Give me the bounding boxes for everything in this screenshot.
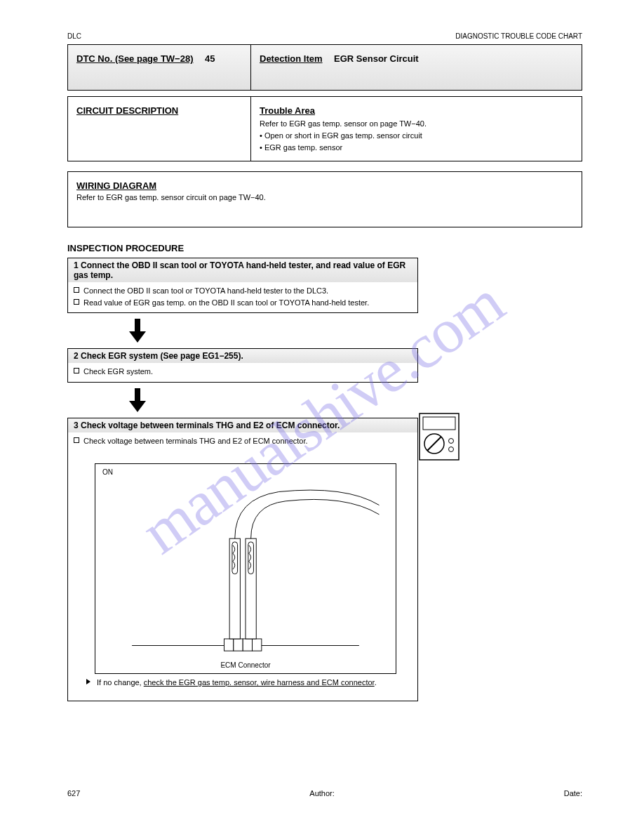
checkbox-icon — [74, 368, 79, 373]
svg-rect-10 — [253, 639, 262, 651]
step-1: 1 Connect the OBD II scan tool or TOYOTA… — [67, 258, 418, 313]
date-label: Date: — [564, 789, 582, 797]
checkbox-icon — [74, 287, 79, 293]
multimeter-icon — [419, 413, 459, 463]
dtc-panel: DTC No. (See page TW−28) 45 Detection It… — [67, 44, 582, 91]
svg-rect-7 — [224, 639, 234, 651]
note-underline: check the EGR gas temp. sensor, wire har… — [144, 678, 375, 687]
step-3-title: 3 Check voltage between terminals THG an… — [68, 418, 417, 432]
dtc-number: 45 — [205, 53, 215, 65]
trouble-item: Open or short in EGR gas temp. sensor ci… — [264, 131, 422, 140]
checkbox-icon — [74, 299, 79, 305]
author-label: Author: — [309, 789, 334, 797]
svg-rect-1 — [423, 417, 455, 430]
trouble-area-label: Trouble Area — [260, 104, 315, 118]
wiring-diagram-label: WIRING DIAGRAM — [76, 180, 156, 191]
wiring-panel: WIRING DIAGRAM Refer to EGR gas temp. se… — [67, 171, 582, 227]
detection-item: EGR Sensor Circuit — [334, 53, 419, 65]
step-3-note: If no change, check the EGR gas temp. se… — [86, 678, 405, 687]
step-1-line: Connect the OBD II scan tool or TOYOTA h… — [83, 286, 328, 295]
dtc-number-label: DTC No. (See page TW−28) — [76, 53, 194, 65]
step-3-line: Check voltage between terminals THG and … — [83, 437, 308, 445]
detection-item-label: Detection Item — [260, 53, 323, 65]
circuit-description-label: CIRCUIT DESCRIPTION — [76, 105, 178, 116]
note-prefix: If no change, — [97, 678, 144, 687]
step-2: 2 Check EGR system (See page EG1−255). C… — [67, 348, 418, 383]
step-3: 3 Check voltage between terminals THG an… — [67, 418, 418, 702]
step-1-line: Read value of EGR gas temp. on the OBD I… — [83, 298, 369, 307]
checkbox-icon — [74, 437, 79, 443]
header-left: DLC — [67, 32, 81, 40]
connector-diagram-icon — [105, 474, 386, 663]
wiring-text: Refer to EGR gas temp. sensor circuit on… — [76, 193, 573, 201]
circuit-on-label: ON — [102, 468, 113, 476]
svg-point-4 — [449, 438, 454, 443]
step-2-line: Check EGR system. — [83, 367, 153, 376]
svg-rect-8 — [234, 639, 243, 651]
svg-rect-9 — [243, 639, 252, 651]
note-suffix: . — [375, 678, 377, 687]
step-1-title: 1 Connect the OBD II scan tool or TOYOTA… — [68, 258, 417, 282]
triangle-bullet-icon — [86, 679, 90, 684]
svg-point-5 — [449, 446, 454, 451]
arrow-down-icon — [128, 319, 582, 343]
circuit-diagram: ON — [95, 463, 396, 674]
arrow-down-icon — [128, 388, 582, 412]
trouble-item: EGR gas temp. sensor — [264, 143, 342, 152]
header-right: DIAGNOSTIC TROUBLE CODE CHART — [455, 32, 582, 40]
ecm-connector-label: ECM Connector — [95, 661, 396, 669]
page-footer: 627 Author: Date: — [67, 789, 582, 797]
page-number: 627 — [67, 789, 80, 797]
description-panel: CIRCUIT DESCRIPTION Trouble Area Refer t… — [67, 96, 582, 161]
procedure-heading: INSPECTION PROCEDURE — [67, 243, 582, 253]
step-2-title: 2 Check EGR system (See page EG1−255). — [68, 349, 417, 363]
desc-line: Refer to EGR gas temp. sensor on page TW… — [260, 118, 573, 130]
